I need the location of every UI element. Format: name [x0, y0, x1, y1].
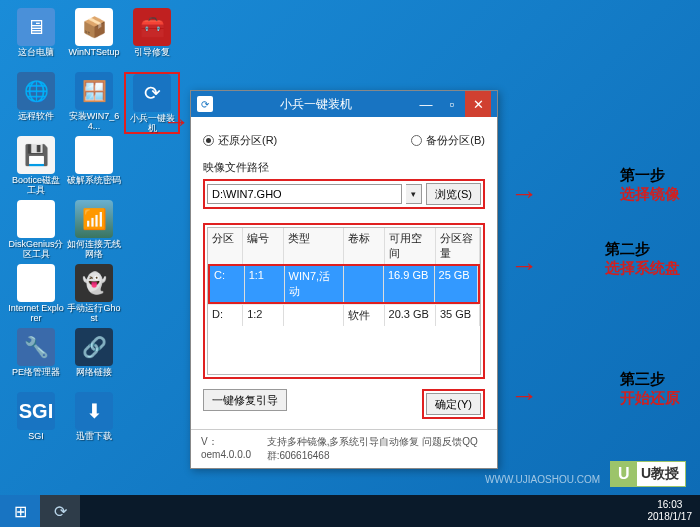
desktop-icon[interactable]: 💾Bootice磁盘工具	[8, 136, 64, 198]
partition-table: 分区 编号 类型 卷标 可用空间 分区容量 C:1:1WIN7,活动16.9 G…	[207, 227, 481, 375]
app-icon: G	[17, 200, 55, 238]
app-icon: 💾	[17, 136, 55, 174]
taskbar-item[interactable]: ⟳	[40, 495, 80, 527]
image-path-input[interactable]	[207, 184, 402, 204]
watermark-url: WWW.UJIAOSHOU.COM	[485, 474, 600, 485]
title-bar[interactable]: ⟳ 小兵一键装机 — ▫ ✕	[191, 91, 497, 117]
desktop-icon[interactable]: GDiskGenius分区工具	[8, 200, 64, 262]
arrow-icon: →	[510, 380, 538, 412]
restore-radio[interactable]: 还原分区(R)	[203, 133, 277, 148]
watermark-logo: UU教授	[610, 461, 686, 487]
desktop-icon[interactable]: 👻手动运行Ghost	[66, 264, 122, 326]
app-icon: 👻	[75, 264, 113, 302]
taskbar: ⊞ ⟳ 16:03 2018/1/17	[0, 495, 700, 527]
desktop-icon[interactable]: 🌐远程软件	[8, 72, 64, 134]
path-dropdown[interactable]: ▾	[406, 184, 422, 204]
icon-label: 远程软件	[8, 112, 64, 122]
close-button[interactable]: ✕	[465, 91, 491, 117]
desktop-icon[interactable]: 🖥这台电脑	[8, 8, 64, 70]
icon-label: 安装WIN7_64...	[66, 112, 122, 132]
status-bar: V：oem4.0.0.0 支持多种镜像,多系统引导自动修复 问题反馈QQ群:60…	[191, 429, 497, 468]
app-icon: 🌐	[17, 72, 55, 110]
icon-label: PE络管理器	[8, 368, 64, 378]
desktop-icon[interactable]: 📶如何连接无线网络	[66, 200, 122, 262]
desktop-icon[interactable]: ⬇迅雷下载	[66, 392, 122, 454]
annotation: 第二步选择系统盘	[605, 240, 680, 278]
app-icon: SGI	[17, 392, 55, 430]
app-icon: 🧰	[133, 8, 171, 46]
app-icon: ⬇	[75, 392, 113, 430]
start-button[interactable]: ⊞	[0, 495, 40, 527]
table-header: 分区 编号 类型 卷标 可用空间 分区容量	[208, 228, 480, 264]
icon-label: SGI	[8, 432, 64, 442]
icon-label: 手动运行Ghost	[66, 304, 122, 324]
minimize-button[interactable]: —	[413, 91, 439, 117]
table-row[interactable]: C:1:1WIN7,活动16.9 GB25 GB	[208, 264, 480, 304]
repair-boot-button[interactable]: 一键修复引导	[203, 389, 287, 411]
browse-button[interactable]: 浏览(S)	[426, 183, 481, 205]
arrow-icon: →	[510, 178, 538, 210]
clock[interactable]: 16:03 2018/1/17	[640, 499, 701, 523]
icon-label: 这台电脑	[8, 48, 64, 58]
app-icon: 🖥	[17, 8, 55, 46]
arrow-icon: →	[510, 250, 538, 282]
icon-label: WinNTSetup	[66, 48, 122, 58]
app-icon: NT	[75, 136, 113, 174]
icon-label: Bootice磁盘工具	[8, 176, 64, 196]
arrow-icon: →	[162, 106, 190, 138]
icon-label: Internet Explorer	[8, 304, 64, 324]
backup-radio[interactable]: 备份分区(B)	[411, 133, 485, 148]
desktop-icon[interactable]: 🧰引导修复	[124, 8, 180, 70]
desktop-icon[interactable]: 🪟安装WIN7_64...	[66, 72, 122, 134]
app-icon: e	[17, 264, 55, 302]
window-title: 小兵一键装机	[219, 96, 413, 113]
desktop-icon[interactable]: SGISGI	[8, 392, 64, 454]
icon-label: DiskGenius分区工具	[8, 240, 64, 260]
icon-label: 迅雷下载	[66, 432, 122, 442]
app-icon: 📶	[75, 200, 113, 238]
installer-window: ⟳ 小兵一键装机 — ▫ ✕ 还原分区(R) 备份分区(B) 映像文件路径 ▾ …	[190, 90, 498, 469]
image-path-label: 映像文件路径	[203, 160, 485, 175]
ok-button[interactable]: 确定(Y)	[426, 393, 481, 415]
desktop-icon[interactable]: NT破解系统密码	[66, 136, 122, 198]
desktop-icon[interactable]: 🔗网络链接	[66, 328, 122, 390]
maximize-button[interactable]: ▫	[439, 91, 465, 117]
icon-label: 如何连接无线网络	[66, 240, 122, 260]
app-icon: 🪟	[75, 72, 113, 110]
icon-label: 网络链接	[66, 368, 122, 378]
table-row[interactable]: D:1:2软件20.3 GB35 GB	[208, 304, 480, 326]
app-icon: 🔗	[75, 328, 113, 366]
desktop-icon[interactable]: 🔧PE络管理器	[8, 328, 64, 390]
app-icon: ⟳	[197, 96, 213, 112]
icon-label: 引导修复	[124, 48, 180, 58]
desktop-icon[interactable]: eInternet Explorer	[8, 264, 64, 326]
app-icon: 🔧	[17, 328, 55, 366]
icon-label: 破解系统密码	[66, 176, 122, 186]
app-icon: 📦	[75, 8, 113, 46]
desktop-icon[interactable]: 📦WinNTSetup	[66, 8, 122, 70]
annotation: 第三步开始还原	[620, 370, 680, 408]
annotation: 第一步选择镜像	[620, 166, 680, 204]
